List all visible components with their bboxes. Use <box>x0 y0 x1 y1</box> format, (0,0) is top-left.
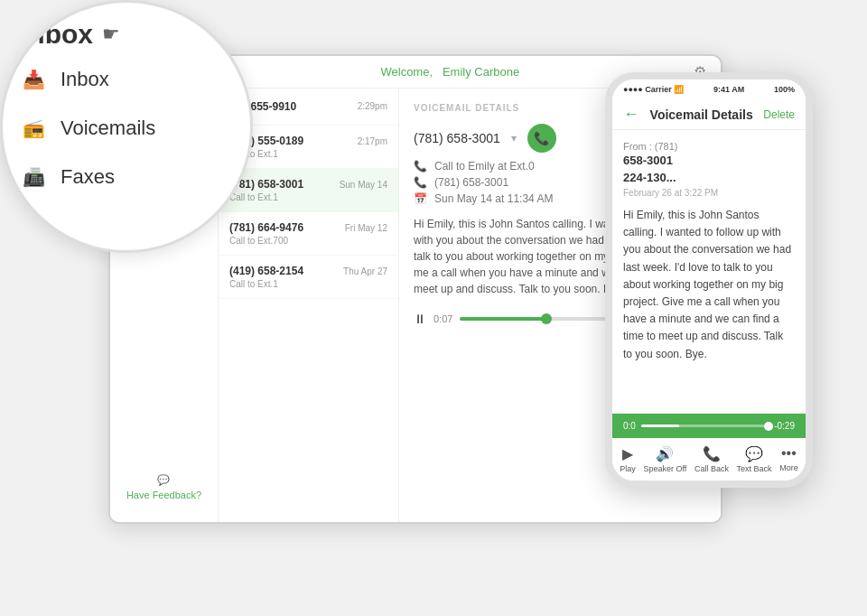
call-to-text: Call to Emily at Ext.0 <box>434 160 535 173</box>
play-icon: ▶ <box>622 445 633 462</box>
dropdown-item-faxes[interactable]: 📠 Faxes <box>3 153 250 201</box>
msg-time-3: Sun May 14 <box>340 180 387 190</box>
phone-progress-fill <box>641 425 679 427</box>
player-end-time: -0:29 <box>774 421 795 431</box>
from-number-text: (781) 658-3001 <box>434 176 508 189</box>
feedback-icon: 💬 <box>157 474 170 486</box>
play-label: Play <box>620 464 636 473</box>
voicemails-menu-icon: 📻 <box>21 117 46 139</box>
phone-message-body: Hi Emily, this is John Santos calling. I… <box>623 207 795 363</box>
phone-player-bar: 0:0 -0:29 <box>612 414 806 438</box>
speaker-icon: 🔊 <box>656 445 674 462</box>
textback-action[interactable]: 💬 Text Back <box>737 445 772 473</box>
pause-button[interactable]: ⏸ <box>414 312 426 326</box>
date-text: Sun May 14 at 11:34 AM <box>434 192 553 205</box>
feedback-label: Have Feedback? <box>126 490 201 500</box>
player-start-time: 0:0 <box>623 421 636 431</box>
callback-label: Call Back <box>695 464 729 473</box>
calendar-icon: 📅 <box>414 192 427 205</box>
speaker-action[interactable]: 🔊 Speaker Off <box>643 445 686 473</box>
dropdown-cursor-icon: ☛ <box>102 23 120 46</box>
faxes-menu-label: Faxes <box>61 165 115 189</box>
callback-action[interactable]: 📞 Call Back <box>695 445 729 473</box>
msg-sub-2: Call to Ext.1 <box>229 149 387 159</box>
textback-label: Text Back <box>737 464 772 473</box>
circle-zoom-overlay: Inbox ☛ 📥 Inbox 📻 Voicemails 📠 Faxes <box>0 0 253 253</box>
call-button[interactable]: 📞 <box>527 124 556 153</box>
faxes-menu-icon: 📠 <box>21 166 46 188</box>
phone-progress-dot <box>764 422 773 431</box>
phone-nav-title: Voicemail Details <box>650 107 753 122</box>
vd-phone-number[interactable]: (781) 658-3001 <box>414 131 500 145</box>
phone-footer: 0:0 -0:29 ▶ Play 🔊 Speaker Off 📞 Call Ba… <box>612 413 806 481</box>
carrier-text: ●●●● Carrier 📶 <box>623 85 684 94</box>
msg-number-1: 655-9910 <box>250 100 296 113</box>
phone-time: 9:41 AM <box>713 85 744 94</box>
voicemails-menu-label: Voicemails <box>61 117 155 140</box>
phone-from-number: 658-3001 <box>623 154 795 167</box>
msg-time-2: 2:17pm <box>358 136 387 146</box>
feedback-link[interactable]: 💬 Have Feedback? <box>119 467 209 508</box>
message-item-4[interactable]: (781) 664-9476 Fri May 12 Call to Ext.70… <box>219 212 398 256</box>
phone-icon: 📞 <box>414 160 427 173</box>
phone-nav: ← Voicemail Details Delete <box>612 99 806 130</box>
msg-number-4: (781) 664-9476 <box>229 221 303 234</box>
player-time: 0:07 <box>434 313 452 324</box>
dropdown-item-inbox[interactable]: 📥 Inbox <box>3 55 250 104</box>
welcome-message: Welcome, Emily Carbone <box>380 65 519 79</box>
phone-icon-2: 📞 <box>414 176 427 189</box>
msg-time-4: Fri May 12 <box>345 223 387 233</box>
msg-time-1: 2:29pm <box>358 101 387 111</box>
msg-sub-3: Call to Ext.1 <box>229 192 387 202</box>
dropdown-header: Inbox ☛ <box>3 3 250 55</box>
phone-date: February 26 at 3:22 PM <box>623 188 795 198</box>
welcome-prefix: Welcome, <box>380 65 433 79</box>
phone-status-bar: ●●●● Carrier 📶 9:41 AM 100% <box>612 79 806 99</box>
inbox-menu-icon: 📥 <box>21 69 46 90</box>
phone-from-number2: 224-130... <box>623 171 795 184</box>
phone-frame: ●●●● Carrier 📶 9:41 AM 100% ← Voicemail … <box>605 72 813 488</box>
delete-button[interactable]: Delete <box>763 108 795 121</box>
msg-time-5: Thu Apr 27 <box>343 266 387 276</box>
more-label: More <box>779 463 798 472</box>
progress-dot <box>541 313 552 324</box>
phone-actions: ▶ Play 🔊 Speaker Off 📞 Call Back 💬 Text … <box>612 438 806 481</box>
play-action[interactable]: ▶ Play <box>620 445 636 473</box>
progress-fill <box>460 317 545 321</box>
speaker-label: Speaker Off <box>643 464 686 473</box>
textback-icon: 💬 <box>745 445 763 462</box>
chevron-icon: ▾ <box>511 132 517 145</box>
battery-text: 100% <box>774 85 795 94</box>
user-name: Emily Carbone <box>443 65 519 79</box>
back-button[interactable]: ← <box>623 105 639 124</box>
callback-icon: 📞 <box>703 445 721 462</box>
more-icon: ••• <box>781 445 797 462</box>
phone-progress-bar[interactable] <box>641 425 769 427</box>
more-action[interactable]: ••• More <box>779 445 798 473</box>
phone-from-label: From : (781) <box>623 141 795 152</box>
message-item-5[interactable]: (419) 658-2154 Thu Apr 27 Call to Ext.1 <box>219 256 398 299</box>
dropdown-title: Inbox <box>21 19 93 50</box>
msg-number-5: (419) 658-2154 <box>229 265 303 277</box>
msg-sub-5: Call to Ext.1 <box>229 279 387 289</box>
dropdown-item-voicemails[interactable]: 📻 Voicemails <box>3 104 250 153</box>
message-item-3[interactable]: (781) 658-3001 Sun May 14 Call to Ext.1 <box>219 169 398 212</box>
inbox-menu-label: Inbox <box>61 68 109 91</box>
phone-body: From : (781) 658-3001 224-130... Februar… <box>612 130 806 413</box>
msg-sub-4: Call to Ext.700 <box>229 236 387 246</box>
